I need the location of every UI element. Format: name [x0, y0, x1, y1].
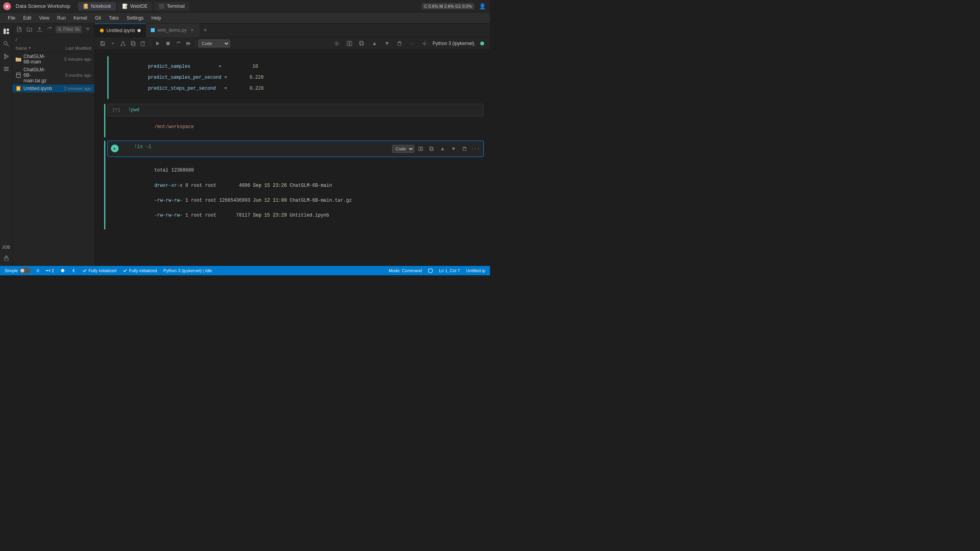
- sidebar-filter-btn[interactable]: [83, 25, 92, 34]
- nb-kernel-status[interactable]: [477, 39, 487, 48]
- file-item-tarball[interactable]: ChatGLM-6B-main.tar.gz 3 months ago: [13, 66, 94, 85]
- tab-close-btn[interactable]: ×: [189, 27, 195, 33]
- menu-help[interactable]: Help: [148, 14, 165, 22]
- menu-edit[interactable]: Edit: [20, 14, 34, 22]
- check-icon-2: [123, 268, 127, 273]
- svg-point-5: [4, 54, 6, 56]
- cell-mode-dropdown[interactable]: Code: [392, 145, 414, 153]
- search-box[interactable]: [56, 26, 82, 33]
- activity-explorer[interactable]: [2, 27, 11, 36]
- status-nav-prev[interactable]: [71, 268, 76, 273]
- nb-restart-btn[interactable]: [174, 39, 183, 48]
- cell-8-input[interactable]: ▶ !ls -l Code ▲: [107, 141, 484, 157]
- file-name: ChatGLM-6B-main.tar.gz: [24, 67, 50, 83]
- nb-add-btn[interactable]: +: [108, 39, 118, 48]
- nb-save-btn[interactable]: [98, 39, 107, 48]
- svg-marker-39: [156, 42, 159, 45]
- tab-label-webdemo: web_demo.py: [157, 27, 187, 33]
- svg-rect-56: [46, 270, 49, 271]
- column-modified: Last Modified: [52, 46, 91, 51]
- svg-rect-1: [7, 29, 9, 31]
- title-tab-terminal[interactable]: ⬛ Terminal: [154, 2, 189, 11]
- search-input[interactable]: [63, 27, 80, 32]
- svg-point-34: [121, 45, 122, 46]
- nb-interrupt-btn[interactable]: [163, 39, 173, 48]
- nb-split-btn[interactable]: [345, 39, 354, 48]
- file-item-notebook[interactable]: Untitled.ipynb 2 minutes ago: [13, 85, 94, 92]
- svg-rect-2: [7, 32, 9, 34]
- menu-run[interactable]: Run: [54, 14, 69, 22]
- user-avatar[interactable]: 👤: [477, 2, 487, 11]
- nb-run-btn[interactable]: [153, 39, 163, 48]
- status-diamond: [60, 268, 65, 273]
- nb-kernel-settings-btn[interactable]: [420, 39, 429, 48]
- cell-split-btn[interactable]: [416, 144, 425, 154]
- mode-toggle-switch[interactable]: [20, 268, 31, 273]
- nb-copy-cell-btn[interactable]: [357, 39, 367, 48]
- notebook-toolbar: + Code: [95, 37, 490, 50]
- svg-marker-58: [61, 269, 65, 273]
- activity-git[interactable]: [2, 52, 11, 61]
- activity-extensions[interactable]: [2, 253, 11, 263]
- status-kernel-idle: Python 3 (ipykernel) | Idle: [163, 268, 212, 273]
- notebook-icon: [16, 86, 21, 91]
- title-tab-webide[interactable]: 📝 WebIDE: [118, 2, 152, 11]
- cell-output-text: predict_samples = 10 predict_samples_per…: [120, 56, 484, 99]
- cell-ls-code: !ls -l: [134, 144, 151, 150]
- svg-rect-10: [4, 67, 9, 68]
- file-modified: 5 minutes ago: [52, 57, 91, 61]
- file-item-chatglm-folder[interactable]: ChatGLM-6B-main 5 minutes ago: [13, 52, 94, 66]
- nb-delete-btn[interactable]: [395, 39, 404, 48]
- svg-point-28: [100, 29, 104, 33]
- title-tab-notebook[interactable]: 📔 Notebook: [78, 2, 116, 11]
- menu-file[interactable]: File: [5, 14, 18, 22]
- activity-list[interactable]: [2, 64, 11, 74]
- cell-delete-btn[interactable]: [460, 144, 469, 154]
- tab-label-notebook: Untitled.ipynb: [107, 28, 135, 33]
- cell-copy-btn[interactable]: [427, 144, 436, 154]
- menu-git[interactable]: Git: [92, 14, 104, 22]
- svg-rect-40: [166, 42, 170, 45]
- nb-move-up-btn[interactable]: ▲: [370, 39, 379, 48]
- sidebar-upload-btn[interactable]: [35, 25, 44, 34]
- perf-badge: C 0.6% M 2.6% G1 0.0%: [422, 3, 474, 9]
- menu-view[interactable]: View: [36, 14, 52, 22]
- menu-bar: File Edit View Run Kernel Git Tabs Setti…: [0, 13, 490, 23]
- cell-7-input[interactable]: [7] !pwd: [107, 104, 484, 116]
- svg-point-3: [4, 42, 7, 45]
- cell-run-indicator: [104, 104, 105, 137]
- tab-bar: Untitled.ipynb web_demo.py × +: [95, 23, 490, 37]
- nb-copy-btn[interactable]: [128, 39, 138, 48]
- nb-move-down-btn[interactable]: ▼: [382, 39, 392, 48]
- cell-move-down-btn[interactable]: ▼: [449, 144, 458, 154]
- cell-more-btn[interactable]: ···: [471, 144, 480, 154]
- menu-kernel[interactable]: Kernel: [71, 14, 90, 22]
- nb-run-all-btn[interactable]: [184, 39, 193, 48]
- menu-tabs[interactable]: Tabs: [106, 14, 122, 22]
- sidebar-refresh-btn[interactable]: [45, 25, 54, 34]
- archive-icon: [16, 72, 21, 78]
- nb-settings-btn[interactable]: [332, 39, 342, 48]
- cell-toolbar: Code ▲ ▼ ···: [392, 144, 480, 154]
- cell-move-up-btn[interactable]: ▲: [438, 144, 447, 154]
- activity-search[interactable]: [2, 39, 11, 49]
- editor-tab-webdemo[interactable]: web_demo.py ×: [146, 23, 201, 37]
- cell-run-btn[interactable]: ▶: [111, 145, 119, 152]
- status-fully-init-1: Fully initialized: [82, 268, 117, 273]
- nb-cut-btn[interactable]: [118, 39, 128, 48]
- activity-job[interactable]: JOB: [2, 242, 11, 252]
- nb-more-btn[interactable]: ···: [407, 39, 417, 48]
- menu-settings[interactable]: Settings: [123, 14, 146, 22]
- status-mode-toggle[interactable]: Simple: [5, 268, 31, 273]
- svg-point-49: [424, 43, 425, 44]
- sidebar-new-file-btn[interactable]: [15, 25, 24, 34]
- sidebar-new-folder-btn[interactable]: [25, 25, 34, 34]
- breadcrumb: /: [13, 36, 94, 44]
- editor-tab-notebook[interactable]: Untitled.ipynb: [95, 23, 146, 37]
- file-modified: 2 minutes ago: [54, 86, 91, 91]
- nb-paste-btn[interactable]: [139, 39, 148, 48]
- folder-icon: [16, 56, 21, 62]
- cell-mode-select[interactable]: Code Markdown Raw: [198, 40, 230, 47]
- tab-new-btn[interactable]: +: [200, 23, 210, 37]
- column-name[interactable]: Name: [16, 46, 51, 51]
